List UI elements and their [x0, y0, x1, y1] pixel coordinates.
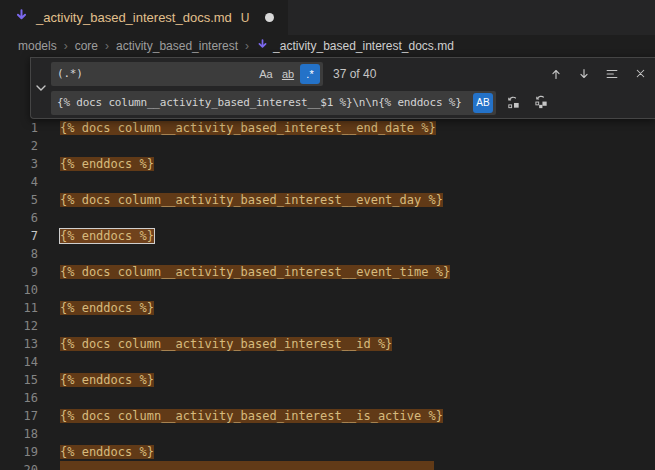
code-line[interactable]: 19{% enddocs %}: [0, 443, 655, 461]
line-number[interactable]: 9: [0, 263, 38, 281]
code-line[interactable]: 8: [0, 245, 655, 263]
line-text: {% docs column__activity_based_interest_…: [60, 191, 443, 209]
unsaved-changes-dot[interactable]: [265, 13, 274, 22]
close-find-button[interactable]: [629, 63, 651, 85]
find-in-selection-button[interactable]: [601, 63, 623, 85]
line-number[interactable]: 8: [0, 245, 38, 263]
find-match-highlight: {% docs column__activity_based_interest_…: [60, 409, 443, 423]
code-line[interactable]: 10: [0, 281, 655, 299]
line-number[interactable]: 1: [0, 119, 38, 137]
line-text: {% docs column__activity_based_interest_…: [60, 119, 436, 137]
line-number[interactable]: 4: [0, 173, 38, 191]
replace-icon: [506, 95, 521, 110]
find-match-highlight: {% docs column__activity_based_interest_…: [60, 121, 436, 135]
find-query-text[interactable]: (.*): [57, 67, 254, 80]
line-text: {% docs column__activity_based_interest_…: [60, 335, 392, 353]
line-number[interactable]: 15: [0, 371, 38, 389]
selection-lines-icon: [605, 67, 619, 81]
line-number[interactable]: 12: [0, 317, 38, 335]
find-match-highlight: [60, 461, 434, 470]
replace-row: {% docs column__activity_based_interest_…: [51, 90, 651, 115]
regex-toggle[interactable]: .*: [300, 64, 320, 84]
find-match-highlight: {% enddocs %}: [60, 445, 154, 459]
replace-button[interactable]: [502, 92, 524, 114]
preserve-case-toggle[interactable]: AB: [473, 93, 493, 113]
code-line[interactable]: 14: [0, 353, 655, 371]
line-number[interactable]: 5: [0, 191, 38, 209]
line-text: {% enddocs %}: [60, 155, 154, 173]
code-line[interactable]: 16: [0, 389, 655, 407]
previous-match-button[interactable]: [545, 63, 567, 85]
find-match-highlight: {% enddocs %}: [60, 157, 154, 171]
breadcrumb-item-models[interactable]: models: [18, 39, 57, 53]
line-number[interactable]: 13: [0, 335, 38, 353]
git-status-badge: U: [241, 11, 250, 25]
breadcrumb-item-folder[interactable]: activity_based_interest: [116, 39, 238, 53]
line-text: {% enddocs %}: [60, 371, 154, 389]
whole-word-toggle[interactable]: ab: [278, 64, 298, 84]
breadcrumb-item-file[interactable]: _activity_based_interest_docs.md: [256, 38, 454, 54]
code-line[interactable]: 11{% enddocs %}: [0, 299, 655, 317]
line-number[interactable]: 17: [0, 407, 38, 425]
code-line[interactable]: 15{% enddocs %}: [0, 371, 655, 389]
editor-tab[interactable]: _activity_based_interest_docs.md U: [0, 0, 288, 35]
tab-title: _activity_based_interest_docs.md: [36, 10, 232, 25]
code-line[interactable]: 18: [0, 425, 655, 443]
chevron-right-icon: ›: [245, 39, 249, 53]
replace-input[interactable]: {% docs column__activity_based_interest_…: [51, 91, 496, 115]
arrow-up-icon: [549, 67, 563, 81]
code-line[interactable]: 6: [0, 209, 655, 227]
line-number[interactable]: 14: [0, 353, 38, 371]
tab-bar: _activity_based_interest_docs.md U: [0, 0, 655, 35]
line-text: {% docs column__activity_based_interest_…: [60, 407, 443, 425]
chevron-right-icon: ›: [105, 39, 109, 53]
chevron-down-icon: [35, 82, 47, 94]
find-match-highlight: {% enddocs %}: [60, 229, 154, 243]
line-number[interactable]: 3: [0, 155, 38, 173]
replace-all-button[interactable]: [530, 92, 552, 114]
line-number[interactable]: 2: [0, 137, 38, 155]
toggle-replace-button[interactable]: [31, 61, 51, 115]
match-case-toggle[interactable]: Aa: [256, 64, 276, 84]
replace-value-text[interactable]: {% docs column__activity_based_interest_…: [57, 96, 471, 109]
line-text: {% enddocs %}: [60, 227, 154, 245]
line-number[interactable]: 18: [0, 425, 38, 443]
code-line[interactable]: 4: [0, 173, 655, 191]
line-number[interactable]: 10: [0, 281, 38, 299]
line-number[interactable]: 20: [0, 461, 38, 470]
chevron-right-icon: ›: [64, 39, 68, 53]
code-line[interactable]: 20: [0, 461, 655, 470]
code-line[interactable]: 13{% docs column__activity_based_interes…: [0, 335, 655, 353]
breadcrumb-item-core[interactable]: core: [75, 39, 98, 53]
line-number[interactable]: 16: [0, 389, 38, 407]
code-line[interactable]: 9{% docs column__activity_based_interest…: [0, 263, 655, 281]
next-match-button[interactable]: [573, 63, 595, 85]
find-input[interactable]: (.*) Aa ab .*: [51, 62, 323, 86]
line-number[interactable]: 6: [0, 209, 38, 227]
line-number[interactable]: 11: [0, 299, 38, 317]
find-match-highlight: {% enddocs %}: [60, 301, 154, 315]
find-replace-widget: (.*) Aa ab .* 37 of 40: [30, 57, 655, 119]
breadcrumb-file-label: _activity_based_interest_docs.md: [273, 39, 454, 53]
code-line[interactable]: 2: [0, 137, 655, 155]
line-text: {% docs column__activity_based_interest_…: [60, 263, 450, 281]
breadcrumb: models › core › activity_based_interest …: [0, 35, 655, 57]
find-match-highlight: {% enddocs %}: [60, 373, 154, 387]
line-number[interactable]: 7: [0, 227, 38, 245]
code-line[interactable]: 3{% enddocs %}: [0, 155, 655, 173]
code-line[interactable]: 12: [0, 317, 655, 335]
code-line[interactable]: 7{% enddocs %}: [0, 227, 655, 245]
replace-all-icon: [534, 95, 549, 110]
line-number[interactable]: 19: [0, 443, 38, 461]
line-text: [60, 461, 434, 470]
match-count: 37 of 40: [333, 67, 376, 81]
markdown-file-icon: [14, 8, 29, 27]
line-text: {% enddocs %}: [60, 443, 154, 461]
close-icon: [634, 67, 647, 80]
line-text: {% enddocs %}: [60, 299, 154, 317]
code-line[interactable]: 17{% docs column__activity_based_interes…: [0, 407, 655, 425]
code-line[interactable]: 1{% docs column__activity_based_interest…: [0, 119, 655, 137]
markdown-file-icon: [256, 38, 269, 54]
arrow-down-icon: [577, 67, 591, 81]
code-line[interactable]: 5{% docs column__activity_based_interest…: [0, 191, 655, 209]
